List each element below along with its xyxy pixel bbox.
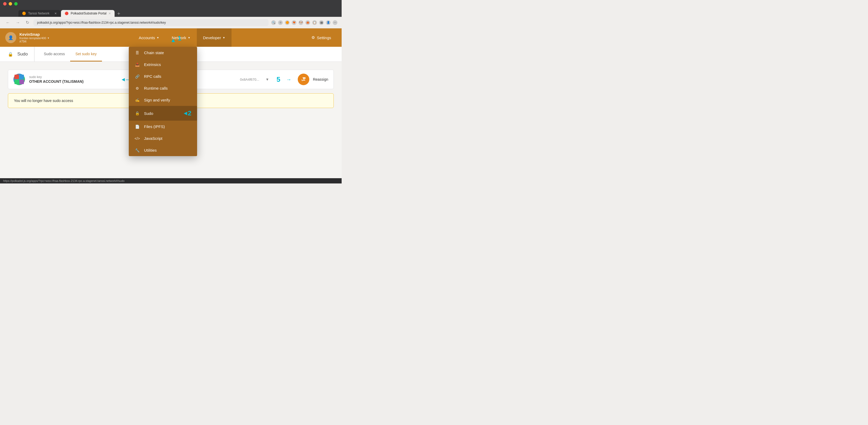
rpc-icon: 🔗 bbox=[134, 74, 140, 79]
account-avatar bbox=[13, 73, 25, 85]
reload-button[interactable]: ↻ bbox=[24, 19, 31, 26]
chain-state-icon: 🗄 bbox=[134, 51, 140, 55]
menu-extrinsics[interactable]: 📥 Extrinsics bbox=[129, 59, 197, 70]
settings-gear-icon: ⚙ bbox=[311, 35, 315, 40]
menu-rpc-calls[interactable]: 🔗 RPC calls bbox=[129, 70, 197, 82]
menu-button[interactable]: ⋯ bbox=[333, 20, 337, 25]
enter-icon bbox=[301, 77, 306, 82]
nav-network[interactable]: Network ▼ bbox=[165, 28, 197, 47]
reassign-label: Reassign bbox=[313, 77, 328, 82]
account-address: 0x8A4f670... bbox=[240, 78, 259, 82]
developer-dropdown-arrow: ▼ bbox=[223, 36, 225, 39]
bookmark-icon[interactable]: ☆ bbox=[278, 20, 283, 25]
network-dropdown-arrow: ▼ bbox=[188, 36, 190, 39]
account-info: sudo key OTHER ACCOUNT (TALISMAN) bbox=[29, 75, 116, 84]
extension-icon-1[interactable]: 🟠 bbox=[285, 20, 289, 25]
user-name: KevinSnap bbox=[20, 32, 50, 36]
tab-bar: 🟠 Tanssi Network ✕ 🔴 Polkadot/Substrate … bbox=[0, 7, 342, 17]
annotation-2: 2 bbox=[188, 110, 191, 117]
sub-nav-set-sudo-key[interactable]: Set sudo key bbox=[70, 47, 102, 61]
avatar-quad-4 bbox=[20, 80, 24, 84]
nav-accounts[interactable]: Accounts ▼ bbox=[132, 28, 165, 47]
maximize-button[interactable] bbox=[14, 2, 18, 5]
settings-nav-item[interactable]: ⚙ Settings bbox=[306, 28, 336, 47]
profile-icon[interactable]: 👤 bbox=[326, 20, 331, 25]
logo-area: 👤 KevinSnap frontier-template/400 ▼ #794 bbox=[5, 32, 58, 43]
account-name: OTHER ACCOUNT (TALISMAN) bbox=[29, 80, 116, 84]
search-icon[interactable]: 🔍 bbox=[271, 20, 276, 25]
avatar-quad-1 bbox=[14, 74, 19, 79]
files-icon: 📄 bbox=[134, 125, 140, 129]
warning-text: You will no longer have sudo access bbox=[14, 98, 73, 103]
runtime-icon: ⚙ bbox=[134, 86, 140, 90]
back-button[interactable]: ← bbox=[4, 19, 11, 26]
chain-state-label: Chain state bbox=[144, 51, 164, 55]
reassign-area: Reassign bbox=[298, 73, 328, 85]
menu-utilities[interactable]: 🔧 Utilities bbox=[129, 144, 197, 156]
extension-icon-4[interactable]: 🦀 bbox=[305, 20, 310, 25]
utilities-label: Utilities bbox=[144, 148, 157, 152]
runtime-label: Runtime calls bbox=[144, 86, 168, 90]
avatar-quad-3 bbox=[14, 80, 19, 84]
extension-icon-5[interactable]: 📋 bbox=[312, 20, 317, 25]
browser-toolbar-icons: 🔍 ☆ 🟠 🦊 🐶 🦀 📋 ▤ 👤 ⋯ bbox=[271, 20, 337, 25]
settings-label: Settings bbox=[317, 35, 331, 40]
files-label: Files (IPFS) bbox=[144, 124, 165, 129]
forward-button[interactable]: → bbox=[14, 19, 22, 26]
sign-icon: ✍ bbox=[134, 98, 140, 102]
nav-developer[interactable]: Developer ▼ bbox=[197, 28, 231, 47]
address-dropdown-arrow[interactable]: ▼ bbox=[266, 77, 269, 82]
extension-icon-3[interactable]: 🐶 bbox=[299, 20, 303, 25]
app-header: 👤 KevinSnap frontier-template/400 ▼ #794… bbox=[0, 28, 342, 47]
page-title: Sudo bbox=[17, 47, 34, 61]
sign-label: Sign and verify bbox=[144, 98, 170, 102]
javascript-label: JavaScript bbox=[144, 136, 162, 141]
close-button[interactable] bbox=[3, 2, 6, 5]
menu-javascript[interactable]: </> JavaScript bbox=[129, 132, 197, 144]
avatar-quad-2 bbox=[20, 74, 24, 79]
title-bar bbox=[0, 0, 342, 7]
tab-close-tanssi[interactable]: ✕ bbox=[54, 12, 57, 15]
sudo-key-label: sudo key bbox=[29, 75, 116, 79]
javascript-icon: </> bbox=[134, 136, 140, 141]
logo-text: KevinSnap frontier-template/400 ▼ #794 bbox=[20, 32, 50, 43]
main-nav: Accounts ▼ Network ▼ Developer ▼ bbox=[58, 28, 306, 47]
menu-files-ipfs[interactable]: 📄 Files (IPFS) bbox=[129, 121, 197, 132]
reassign-button[interactable] bbox=[298, 73, 309, 85]
menu-sudo[interactable]: 🔒 Sudo ◄ 2 bbox=[129, 106, 197, 121]
utilities-icon: 🔧 bbox=[134, 148, 140, 152]
minimize-button[interactable] bbox=[9, 2, 12, 5]
tab-tanssi[interactable]: 🟠 Tanssi Network ✕ bbox=[19, 10, 60, 17]
sudo-menu-label: Sudo bbox=[144, 111, 153, 116]
url-input[interactable]: polkadot.js.org/apps/?rpc=wss://fraa-fla… bbox=[33, 19, 269, 26]
sub-nav-sudo-access[interactable]: Sudo access bbox=[39, 47, 70, 61]
chain-id: #794 bbox=[20, 40, 50, 43]
sudo-lock-icon: 🔒 bbox=[8, 52, 13, 57]
tab-title: Tanssi Network bbox=[28, 11, 50, 15]
annotation-5: 5 bbox=[276, 75, 280, 84]
chain-info: frontier-template/400 ▼ bbox=[20, 36, 50, 40]
browser-chrome: 🟠 Tanssi Network ✕ 🔴 Polkadot/Substrate … bbox=[0, 0, 342, 28]
logo-avatar: 👤 bbox=[5, 32, 16, 43]
address-bar: ← → ↻ polkadot.js.org/apps/?rpc=wss://fr… bbox=[0, 17, 342, 28]
sidebar-toggle[interactable]: ▤ bbox=[319, 20, 324, 25]
tab-favicon-polkadot: 🔴 bbox=[65, 11, 69, 15]
status-bar: https://polkadot.js.org/apps/?rpc=wss://… bbox=[0, 178, 342, 183]
new-tab-button[interactable]: + bbox=[117, 11, 120, 17]
tab-favicon: 🟠 bbox=[22, 11, 26, 15]
chain-dropdown-arrow[interactable]: ▼ bbox=[47, 37, 50, 39]
menu-runtime-calls[interactable]: ⚙ Runtime calls bbox=[129, 82, 197, 94]
status-url: https://polkadot.js.org/apps/?rpc=wss://… bbox=[3, 179, 125, 182]
tab-title-polkadot: Polkadot/Substrate Portal bbox=[71, 11, 106, 15]
sudo-icon: 🔒 bbox=[134, 111, 140, 115]
extrinsics-icon: 📥 bbox=[134, 63, 140, 67]
accounts-dropdown-arrow: ▼ bbox=[157, 36, 159, 39]
annotation-arrow-2: ◄ bbox=[183, 110, 188, 117]
tab-polkadot[interactable]: 🔴 Polkadot/Substrate Portal ✕ bbox=[61, 10, 115, 17]
annotation-arrow-5: → bbox=[286, 77, 291, 83]
tab-close-polkadot[interactable]: ✕ bbox=[108, 12, 111, 15]
menu-sign-verify[interactable]: ✍ Sign and verify bbox=[129, 94, 197, 106]
menu-chain-state[interactable]: 🗄 Chain state bbox=[129, 47, 197, 59]
extension-icon-2[interactable]: 🦊 bbox=[292, 20, 297, 25]
chain-name: frontier-template/400 bbox=[20, 36, 46, 40]
